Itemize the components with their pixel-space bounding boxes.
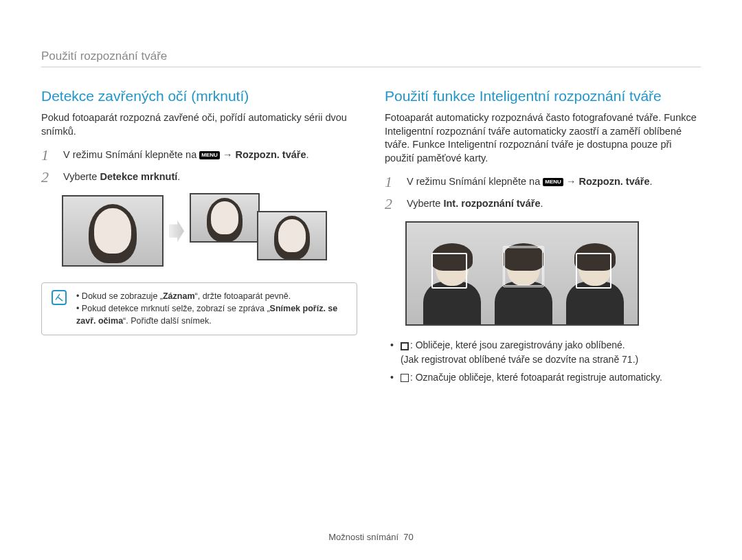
legend-item-auto: : Označuje obličeje, které fotoaparát re…	[390, 370, 701, 384]
left-step1-text-b: → Rozpozn. tváře	[223, 149, 306, 160]
arrow-right-icon	[169, 220, 184, 242]
right-column: Použití funkce Inteligentní rozpoznání t…	[385, 88, 701, 388]
step-number: 1	[385, 175, 396, 190]
right-step1-text-a: V režimu Snímání klepněte na	[407, 176, 543, 187]
right-step-2: 2 Vyberte Int. rozpoznání tváře.	[385, 197, 701, 212]
photo-result-2	[257, 211, 327, 260]
right-step-1: 1 V režimu Snímání klepněte na MENU → Ro…	[385, 175, 701, 190]
menu-icon: MENU	[199, 151, 220, 159]
left-step-1: 1 V režimu Snímání klepněte na MENU → Ro…	[41, 148, 357, 163]
face-box-3	[576, 253, 611, 289]
step-number: 2	[41, 170, 52, 185]
left-step2-text-b: Detekce mrknutí	[100, 171, 177, 182]
photo-closed-eyes	[62, 195, 164, 267]
note-icon	[52, 290, 67, 305]
breadcrumb: Použití rozpoznání tváře	[41, 49, 701, 67]
step-number: 1	[41, 148, 52, 163]
photo-result-1	[190, 193, 260, 243]
page-footer: Možnosti snímání 70	[0, 532, 742, 542]
left-step1-text-a: V režimu Snímání klepněte na	[63, 149, 199, 160]
menu-icon: MENU	[543, 178, 563, 186]
legend-square-double-icon	[401, 342, 409, 350]
right-step2-text-b: Int. rozpoznání tváře	[443, 198, 540, 209]
note-box: Dokud se zobrazuje „Záznam“, držte fotoa…	[41, 282, 357, 335]
legend-square-icon	[401, 374, 409, 382]
right-step2-text-a: Vyberte	[407, 198, 443, 209]
note-item-1: Dokud se zobrazuje „Záznam“, držte fotoa…	[76, 290, 347, 302]
right-step1-text-b: → Rozpozn. tváře	[566, 176, 650, 187]
left-intro: Pokud fotoaparát rozpozná zavřené oči, p…	[41, 111, 357, 138]
footer-page-number: 70	[403, 532, 413, 542]
footer-label: Možnosti snímání	[328, 532, 398, 542]
legend-item-favorite: : Obličeje, které jsou zaregistrovány ja…	[390, 338, 701, 366]
note-item-2: Pokud detekce mrknutí selže, zobrazí se …	[76, 302, 347, 327]
left-column: Detekce zavřených očí (mrknutí) Pokud fo…	[41, 88, 357, 388]
face-box-1	[431, 253, 467, 289]
left-section-title: Detekce zavřených očí (mrknutí)	[41, 88, 357, 104]
left-step2-text-a: Vyberte	[63, 171, 100, 182]
right-intro: Fotoaparát automaticky rozpoznává často …	[385, 111, 701, 165]
face-box-favorite	[503, 246, 544, 287]
right-illustration	[405, 221, 639, 326]
left-illustration	[62, 193, 357, 269]
right-section-title: Použití funkce Inteligentní rozpoznání t…	[385, 88, 701, 104]
step-number: 2	[385, 197, 396, 212]
left-step-2: 2 Vyberte Detekce mrknutí.	[41, 170, 357, 185]
legend-list: : Obličeje, které jsou zaregistrovány ja…	[390, 338, 701, 384]
